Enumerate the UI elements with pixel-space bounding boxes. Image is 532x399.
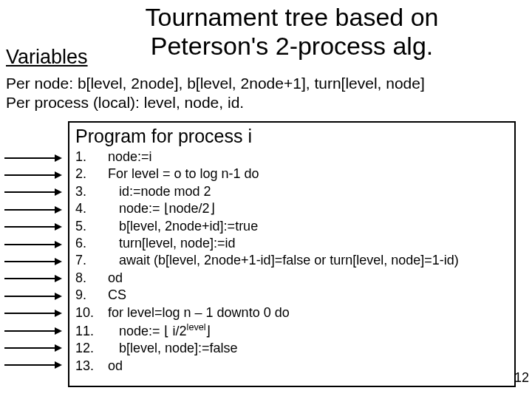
arrow-icon [4,149,66,166]
code-line: 1.node:=i [75,149,508,166]
code-line: 11. node:= ⌊ i/2level⌋ [75,321,508,340]
arrow-icon [4,166,66,183]
code-text: id:=node mod 2 [108,183,211,200]
code-line: 12. b[level, node]:=false [75,340,508,357]
code-line: 8.od [75,270,508,287]
arrow-icon [4,322,66,339]
arrow-icon [4,287,66,304]
code-text: CS [108,287,126,304]
code-line: 13.od [75,358,508,375]
arrow-column [4,149,66,374]
arrow-icon [4,270,66,287]
page-number: 12 [514,370,529,386]
arrow-icon [4,236,66,253]
code-line: 6. turn[level, node]:=id [75,235,508,252]
arrow-icon [4,219,66,236]
program-heading: Program for process i [75,126,508,147]
code-text: await (b[level, 2node+1-id]=false or tur… [108,252,459,269]
line-number: 10. [75,304,108,321]
slide: Tournament tree based on Peterson's 2-pr… [0,0,532,399]
code-text: For level = o to log n-1 do [108,166,259,183]
line-number: 2. [75,166,108,183]
line-number: 9. [75,287,108,304]
code-text: od [108,270,123,287]
line-number: 12. [75,340,108,357]
line-number: 5. [75,218,108,235]
variables-line-2: Per process (local): level, node, id. [6,93,525,112]
arrow-icon [4,253,66,270]
line-number: 7. [75,252,108,269]
variables-line-1: Per node: b[level, 2node], b[level, 2nod… [6,74,525,93]
code-text: b[level, node]:=false [108,340,238,357]
line-number: 1. [75,149,108,166]
slide-title: Tournament tree based on Peterson's 2-pr… [81,3,502,61]
line-number: 4. [75,200,108,217]
line-number: 3. [75,183,108,200]
line-number: 13. [75,358,108,375]
arrow-icon [4,305,66,322]
arrow-icon [4,339,66,356]
code-listing: 1.node:=i 2.For level = o to log n-1 do … [75,149,508,375]
arrow-icon [4,357,66,374]
line-number: 11. [75,323,108,340]
code-line: 10.for level=log n – 1 downto 0 do [75,304,508,321]
line-number: 8. [75,270,108,287]
code-text: b[level, 2node+id]:=true [108,218,258,235]
code-line: 5. b[level, 2node+id]:=true [75,218,508,235]
line-number: 6. [75,235,108,252]
title-line-2: Peterson's 2-process alg. [151,32,434,60]
code-text: for level=log n – 1 downto 0 do [108,304,290,321]
program-box: Program for process i 1.node:=i 2.For le… [68,121,516,387]
arrow-icon [4,201,66,218]
variables-heading: Variables [6,46,88,69]
code-line: 2.For level = o to log n-1 do [75,166,508,183]
code-line: 4. node:= ⌊node/2⌋ [75,200,508,217]
code-text: node:= ⌊node/2⌋ [108,200,215,217]
code-line: 3. id:=node mod 2 [75,183,508,200]
variables-block: Per node: b[level, 2node], b[level, 2nod… [6,74,525,113]
code-line: 9.CS [75,287,508,304]
code-text: node:= ⌊ i/2level⌋ [108,321,211,340]
code-text: node:=i [108,149,152,166]
code-text: od [108,358,123,375]
arrow-icon [4,184,66,201]
title-line-1: Tournament tree based on [146,3,439,31]
code-line: 7. await (b[level, 2node+1-id]=false or … [75,252,508,269]
code-text: turn[level, node]:=id [108,235,236,252]
